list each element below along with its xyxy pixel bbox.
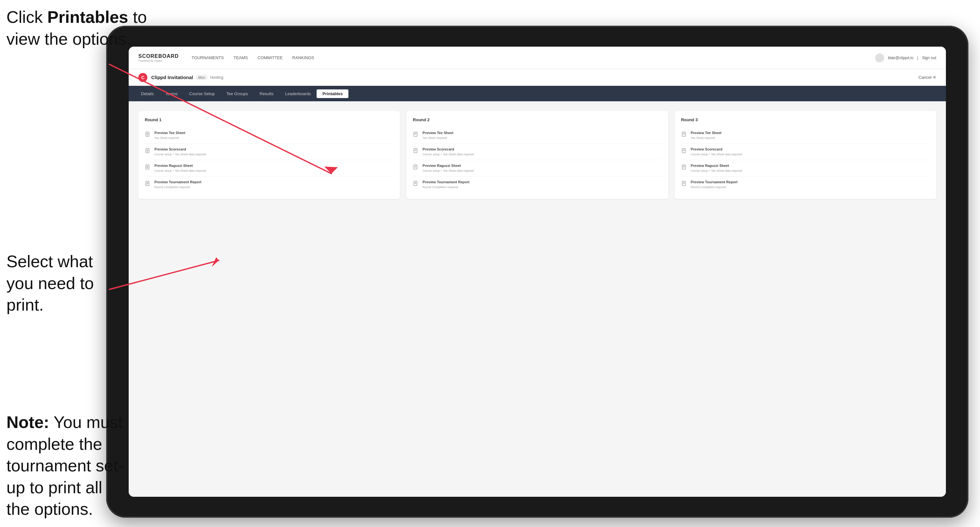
round2-scorecard-subtitle: Course setup + Tee Sheet data required <box>422 152 474 157</box>
round1-report-subtitle: Round Completion required <box>154 185 201 189</box>
nav-separator: | <box>917 56 918 60</box>
tournament-header: C Clippd Invitational Men Hosting Cancel… <box>129 69 946 86</box>
round2-raguzzi-title: Preview Raguzzi Sheet <box>422 163 474 168</box>
top-nav-links: TOURNAMENTS TEAMS COMMITTEE RANKINGS <box>192 54 875 62</box>
sign-out-link[interactable]: Sign out <box>922 56 936 60</box>
round1-scorecard-subtitle: Course setup + Tee Sheet data required <box>154 152 206 157</box>
round3-tee-sheet-subtitle: Tee Sheet required <box>691 136 722 140</box>
document-icon-11 <box>681 164 687 171</box>
top-nav-right: blair@clippd.io | Sign out <box>875 53 936 62</box>
cancel-button[interactable]: Cancel ✕ <box>918 75 936 80</box>
tablet-screen: SCOREBOARD Powered by clippd TOURNAMENTS… <box>129 47 946 497</box>
tournament-badge: Men <box>196 75 207 80</box>
nav-teams[interactable]: TEAMS <box>234 54 248 62</box>
round-2-section: Round 2 Preview Tee Sheet Tee Sheet requ… <box>406 111 668 199</box>
annotation-note-label: Note: <box>6 413 49 432</box>
round3-scorecard-subtitle: Course setup + Tee Sheet data required <box>691 152 742 157</box>
tab-details[interactable]: Details <box>135 89 159 98</box>
round2-raguzzi-subtitle: Course setup + Tee Sheet data required <box>422 169 474 173</box>
document-icon-12 <box>681 180 687 187</box>
round-2-title: Round 2 <box>413 117 662 122</box>
round1-raguzzi-title: Preview Raguzzi Sheet <box>154 163 206 168</box>
round-3-section: Round 3 Preview Tee Sheet Tee Sheet requ… <box>675 111 936 199</box>
document-icon-2 <box>145 148 151 155</box>
nav-committee[interactable]: COMMITTEE <box>258 54 283 62</box>
tab-tee-groups[interactable]: Tee Groups <box>221 89 254 98</box>
round1-tee-sheet[interactable]: Preview Tee Sheet Tee Sheet required <box>145 127 393 144</box>
document-icon-3 <box>145 164 151 171</box>
round2-tee-sheet-subtitle: Tee Sheet required <box>422 136 453 140</box>
round3-raguzzi-subtitle: Course setup + Tee Sheet data required <box>691 169 742 173</box>
document-icon-4 <box>145 180 151 187</box>
tab-results[interactable]: Results <box>254 89 279 98</box>
annotation-bold-printables: Printables <box>47 8 128 26</box>
round2-tournament-report[interactable]: Preview Tournament Report Round Completi… <box>413 176 662 193</box>
tournament-logo: C <box>138 73 147 82</box>
round-1-section: Round 1 Preview Tee Sheet Tee Sheet requ… <box>138 111 400 199</box>
document-icon <box>145 131 151 138</box>
tab-teams[interactable]: Teams <box>159 89 183 98</box>
logo-scoreboard: SCOREBOARD <box>138 53 179 59</box>
nav-tournaments[interactable]: TOURNAMENTS <box>192 54 224 62</box>
round2-scorecard-title: Preview Scorecard <box>422 147 474 152</box>
document-icon-5 <box>413 131 419 138</box>
document-icon-8 <box>413 180 419 187</box>
round1-raguzzi[interactable]: Preview Raguzzi Sheet Course setup + Tee… <box>145 160 393 176</box>
annotation-bottom: Note: You must complete the tournament s… <box>6 411 126 520</box>
round2-report-subtitle: Round Completion required <box>422 185 469 189</box>
round1-scorecard-title: Preview Scorecard <box>154 147 206 152</box>
round1-tournament-report[interactable]: Preview Tournament Report Round Completi… <box>145 176 393 193</box>
tablet-device: SCOREBOARD Powered by clippd TOURNAMENTS… <box>106 26 969 517</box>
document-icon-10 <box>681 148 687 155</box>
round3-raguzzi-title: Preview Raguzzi Sheet <box>691 163 742 168</box>
round3-report-title: Preview Tournament Report <box>691 180 738 184</box>
round-1-title: Round 1 <box>145 117 393 122</box>
round3-scorecard[interactable]: Preview Scorecard Course setup + Tee She… <box>681 144 930 160</box>
round3-tee-sheet[interactable]: Preview Tee Sheet Tee Sheet required <box>681 127 930 144</box>
round3-raguzzi[interactable]: Preview Raguzzi Sheet Course setup + Tee… <box>681 160 930 176</box>
tab-course-setup[interactable]: Course Setup <box>183 89 221 98</box>
round1-raguzzi-subtitle: Course setup + Tee Sheet data required <box>154 169 206 173</box>
document-icon-9 <box>681 131 687 138</box>
document-icon-7 <box>413 164 419 171</box>
rounds-grid: Round 1 Preview Tee Sheet Tee Sheet requ… <box>138 111 936 199</box>
round1-report-title: Preview Tournament Report <box>154 180 201 184</box>
round1-scorecard[interactable]: Preview Scorecard Course setup + Tee She… <box>145 144 393 160</box>
round1-tee-sheet-subtitle: Tee Sheet required <box>154 136 185 140</box>
round2-scorecard[interactable]: Preview Scorecard Course setup + Tee She… <box>413 144 662 160</box>
round3-report-subtitle: Round Completion required <box>691 185 738 189</box>
tab-printables[interactable]: Printables <box>317 89 348 98</box>
round2-raguzzi[interactable]: Preview Raguzzi Sheet Course setup + Tee… <box>413 160 662 176</box>
main-content: Round 1 Preview Tee Sheet Tee Sheet requ… <box>129 101 946 497</box>
round-3-title: Round 3 <box>681 117 930 122</box>
tab-leaderboards[interactable]: Leaderboards <box>279 89 317 98</box>
annotation-top: Click Printables toview the options. <box>6 6 147 50</box>
user-email: blair@clippd.io <box>888 56 913 60</box>
logo-area: SCOREBOARD Powered by clippd <box>138 53 179 62</box>
round2-tee-sheet[interactable]: Preview Tee Sheet Tee Sheet required <box>413 127 662 144</box>
round2-report-title: Preview Tournament Report <box>422 180 469 184</box>
document-icon-6 <box>413 148 419 155</box>
round3-scorecard-title: Preview Scorecard <box>691 147 742 152</box>
logo-powered: Powered by clippd <box>138 59 179 62</box>
user-avatar <box>875 53 884 62</box>
annotation-middle: Select what you need to print. <box>6 251 116 316</box>
round3-tee-sheet-title: Preview Tee Sheet <box>691 130 722 135</box>
round1-tee-sheet-title: Preview Tee Sheet <box>154 130 185 135</box>
round2-tee-sheet-title: Preview Tee Sheet <box>422 130 453 135</box>
sub-nav: Details Teams Course Setup Tee Groups Re… <box>129 86 946 101</box>
tournament-name: Clippd Invitational <box>151 75 193 80</box>
nav-rankings[interactable]: RANKINGS <box>293 54 314 62</box>
tournament-status: Hosting <box>210 75 223 80</box>
top-nav: SCOREBOARD Powered by clippd TOURNAMENTS… <box>129 47 946 69</box>
round3-tournament-report[interactable]: Preview Tournament Report Round Completi… <box>681 176 930 193</box>
